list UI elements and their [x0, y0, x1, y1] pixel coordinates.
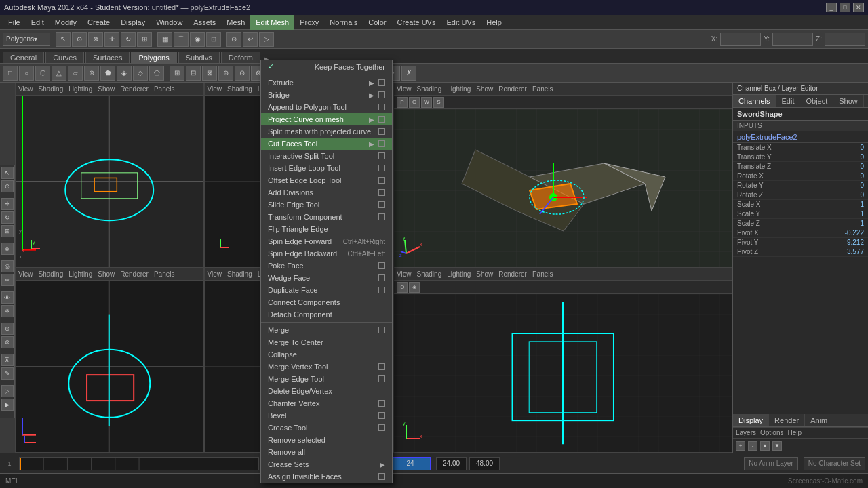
- vp-bl-lighting[interactable]: Lighting: [68, 270, 92, 278]
- vp-rb-shading[interactable]: Shading: [417, 270, 442, 278]
- poly-cone-btn[interactable]: △: [52, 66, 66, 81]
- project-box-icon[interactable]: [378, 116, 385, 123]
- vp-bl-panels[interactable]: Panels: [154, 270, 175, 278]
- vp-tr-shading[interactable]: Shading: [227, 85, 252, 93]
- append-box-icon[interactable]: [378, 104, 385, 110]
- poke-box-icon[interactable]: [378, 262, 385, 269]
- move-btn[interactable]: ✛: [1, 198, 14, 210]
- boolean-btn[interactable]: ⊕: [218, 66, 233, 81]
- ortho-btn[interactable]: O: [409, 97, 420, 108]
- vp-rt-shading[interactable]: Shading: [417, 85, 442, 93]
- rb-btn2[interactable]: ◈: [409, 282, 420, 293]
- split-box-icon[interactable]: [378, 128, 385, 135]
- tab-surfaces[interactable]: Surfaces: [85, 52, 130, 63]
- history-btn[interactable]: ⊙: [226, 32, 241, 47]
- lasso-tool-btn[interactable]: ⊙: [72, 32, 87, 47]
- show-hide-btn[interactable]: 👁: [1, 291, 14, 304]
- rotate-btn[interactable]: ↻: [1, 211, 14, 224]
- poly-plane-btn[interactable]: ▱: [68, 66, 83, 81]
- undo-btn[interactable]: ↩: [243, 32, 258, 47]
- close-button[interactable]: ✕: [853, 3, 864, 12]
- frame-end2-display[interactable]: 48.00: [469, 457, 500, 470]
- cb-ty-value[interactable]: 0: [860, 153, 864, 161]
- cb-rx-value[interactable]: 0: [860, 172, 864, 180]
- poly-extra-btn[interactable]: ⬟: [100, 66, 115, 81]
- tab-subdivs[interactable]: Subdivs: [178, 52, 220, 63]
- cb-sz-value[interactable]: 1: [860, 220, 864, 227]
- menu-detach-component[interactable]: Detach Component: [261, 308, 392, 321]
- menu-create[interactable]: Create: [82, 15, 115, 30]
- wire-btn[interactable]: W: [421, 97, 432, 108]
- translate-x-input[interactable]: [720, 33, 761, 46]
- crease-box-icon[interactable]: [378, 424, 385, 431]
- cb-sy-value[interactable]: 1: [860, 210, 864, 218]
- mv-box-icon[interactable]: [378, 363, 385, 370]
- vp-br-shading[interactable]: Shading: [227, 270, 252, 278]
- menu-collapse[interactable]: Collapse: [261, 348, 392, 361]
- vp-rt-show[interactable]: Show: [476, 85, 493, 93]
- cb-del-layer-btn[interactable]: -: [748, 441, 757, 451]
- minimize-button[interactable]: _: [826, 3, 837, 12]
- cut-box-icon[interactable]: [378, 140, 385, 147]
- snap-point-btn[interactable]: ◉: [190, 32, 205, 47]
- menu-spin-edge-backward[interactable]: Spin Edge Backward Ctrl+Alt+Left: [261, 247, 392, 260]
- tab-polygons[interactable]: Polygons: [131, 52, 176, 63]
- cb-tab-show[interactable]: Show: [833, 95, 864, 107]
- vp-rt-panels[interactable]: Panels: [532, 85, 553, 93]
- merge-box-icon[interactable]: [378, 327, 385, 333]
- menu-connect-components[interactable]: Connect Components: [261, 296, 392, 308]
- cb-px-value[interactable]: -0.222: [845, 229, 864, 237]
- menu-assign-invisible[interactable]: Assign Invisible Faces: [261, 470, 392, 483]
- slide-box-icon[interactable]: [378, 201, 385, 208]
- iloop-box-icon[interactable]: [378, 165, 385, 171]
- tab-curves[interactable]: Curves: [45, 52, 84, 63]
- poly-cube-btn[interactable]: □: [3, 66, 18, 81]
- rb-btn1[interactable]: ⊙: [397, 282, 408, 293]
- menu-chamfer-vertex[interactable]: Chamfer Vertex: [261, 397, 392, 409]
- snap-magnet-btn[interactable]: ⊕: [1, 323, 14, 335]
- menu-transform-component[interactable]: Transform Component: [261, 211, 392, 223]
- invis-box-icon[interactable]: [378, 473, 385, 480]
- dup-box-icon[interactable]: [378, 287, 385, 293]
- freeze-btn[interactable]: ❄: [1, 305, 14, 317]
- timeline-track[interactable]: [19, 457, 259, 470]
- vp-rb-view[interactable]: View: [397, 270, 412, 278]
- scale-btn[interactable]: ⊞: [1, 225, 14, 237]
- vp-rb-show[interactable]: Show: [476, 270, 493, 278]
- char-set-display[interactable]: No Character Set: [804, 457, 865, 470]
- menu-modify[interactable]: Modify: [50, 15, 82, 30]
- move-tool-btn[interactable]: ✛: [104, 32, 119, 47]
- anim-layer-display[interactable]: No Anim Layer: [744, 457, 798, 470]
- menu-offset-edge-loop[interactable]: Offset Edge Loop Tool: [261, 174, 392, 186]
- vp-tl-show[interactable]: Show: [98, 85, 115, 93]
- transform-box-icon[interactable]: [378, 214, 385, 220]
- vp-bl-renderer[interactable]: Renderer: [120, 270, 149, 278]
- select-tool-btn[interactable]: ↖: [56, 32, 71, 47]
- vp-bl-show[interactable]: Show: [98, 270, 115, 278]
- isplit-box-icon[interactable]: [378, 152, 385, 159]
- menu-edit-uvs[interactable]: Edit UVs: [441, 15, 481, 30]
- cb-display-tab[interactable]: Display: [733, 414, 769, 426]
- menu-interactive-split[interactable]: Interactive Split Tool: [261, 150, 392, 162]
- cb-tab-edit[interactable]: Edit: [776, 95, 800, 107]
- menu-delete-edge-vertex[interactable]: Delete Edge/Vertex: [261, 385, 392, 397]
- snap-grid-btn[interactable]: ▦: [157, 32, 172, 47]
- poly-torus-btn[interactable]: ⊚: [84, 66, 99, 81]
- menu-merge-edge[interactable]: Merge Edge Tool: [261, 373, 392, 385]
- rotate-tool-btn[interactable]: ↻: [121, 32, 136, 47]
- menu-normals[interactable]: Normals: [324, 15, 363, 30]
- menu-merge-center[interactable]: Merge To Center: [261, 336, 392, 348]
- menu-edit-mesh[interactable]: Edit Mesh: [250, 15, 294, 30]
- menu-crease-sets[interactable]: Crease Sets ▶: [261, 458, 392, 470]
- separate-btn[interactable]: ⊟: [186, 66, 201, 81]
- cb-rz-value[interactable]: 0: [860, 191, 864, 199]
- smooth-btn[interactable]: ⊙: [235, 66, 250, 81]
- cb-new-layer-btn[interactable]: +: [736, 441, 745, 451]
- translate-z-input[interactable]: [825, 33, 865, 46]
- menu-spin-edge-forward[interactable]: Spin Edge Forward Ctrl+Alt+Right: [261, 235, 392, 247]
- polygon-mode-dropdown[interactable]: Polygons ▾: [3, 33, 50, 46]
- paint-select-btn[interactable]: ⊗: [88, 32, 103, 47]
- cb-layer-down-btn[interactable]: ▼: [772, 441, 782, 451]
- extract-btn[interactable]: ⊠: [202, 66, 217, 81]
- menu-file[interactable]: File: [3, 15, 26, 30]
